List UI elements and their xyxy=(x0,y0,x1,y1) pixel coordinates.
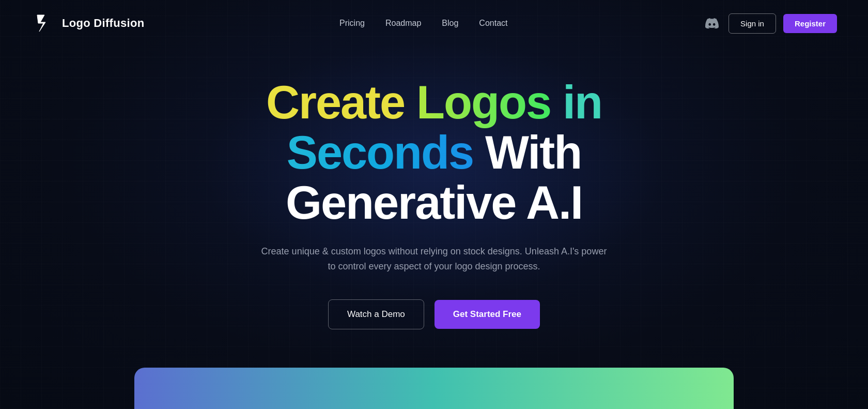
title-word-create: Create xyxy=(266,77,405,128)
navbar: Logo Diffusion Pricing Roadmap Blog Cont… xyxy=(0,0,868,47)
nav-blog[interactable]: Blog xyxy=(442,19,458,28)
brand-name: Logo Diffusion xyxy=(62,17,144,30)
hero-section: Create Logos in Seconds With Generative … xyxy=(0,47,868,329)
hero-title: Create Logos in Seconds With Generative … xyxy=(266,78,602,229)
hero-subtitle: Create unique & custom logos without rel… xyxy=(258,244,610,275)
get-started-button[interactable]: Get Started Free xyxy=(435,300,540,329)
logo-area[interactable]: Logo Diffusion xyxy=(31,11,144,36)
nav-contact[interactable]: Contact xyxy=(479,19,507,28)
title-word-seconds: Seconds xyxy=(287,127,473,178)
bottom-preview-strip xyxy=(134,368,734,409)
nav-links: Pricing Roadmap Blog Contact xyxy=(339,19,507,28)
title-word-logos: Logos xyxy=(416,77,551,128)
nav-actions: Sign in Register xyxy=(703,13,837,34)
discord-icon[interactable] xyxy=(703,14,721,33)
hero-buttons: Watch a Demo Get Started Free xyxy=(328,299,540,329)
nav-pricing[interactable]: Pricing xyxy=(339,19,365,28)
title-word-with: With xyxy=(485,127,581,178)
signin-button[interactable]: Sign in xyxy=(729,13,776,34)
watch-demo-button[interactable]: Watch a Demo xyxy=(328,299,424,329)
logo-icon xyxy=(31,11,56,36)
title-line3: Generative A.I xyxy=(286,177,582,229)
register-button[interactable]: Register xyxy=(783,14,837,33)
nav-roadmap[interactable]: Roadmap xyxy=(385,19,421,28)
title-word-in: in xyxy=(563,77,602,128)
